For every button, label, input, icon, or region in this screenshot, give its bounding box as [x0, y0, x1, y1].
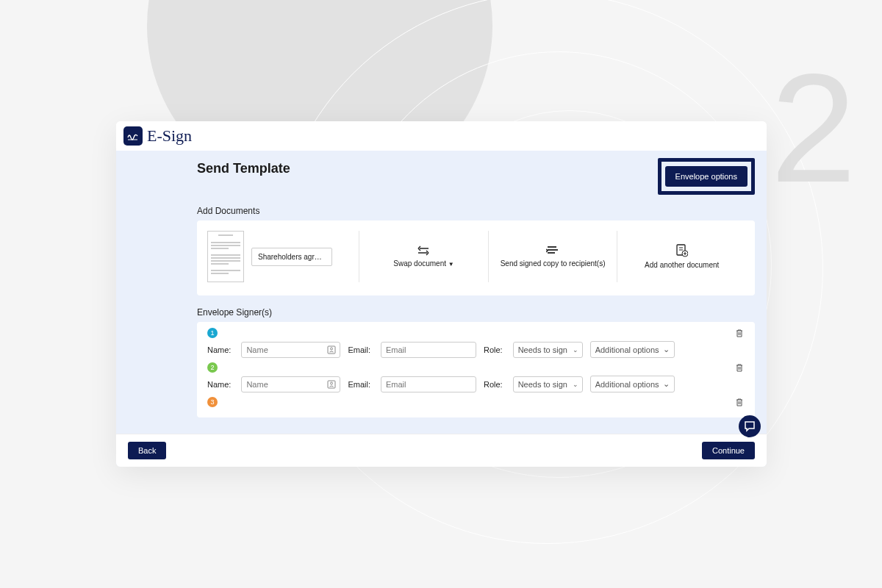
document-thumbnail[interactable] — [207, 231, 244, 282]
email-label: Email: — [348, 345, 370, 354]
email-label: Email: — [348, 380, 370, 389]
swap-document-button[interactable]: Swap document ▼ — [359, 231, 488, 282]
chat-widget-button[interactable] — [739, 415, 761, 437]
delete-signer-icon[interactable] — [734, 328, 745, 338]
chevron-down-icon: ⌄ — [573, 346, 578, 354]
additional-options-button[interactable]: Additional options⌄ — [590, 376, 675, 392]
envelope-options-button[interactable]: Envelope options — [665, 166, 747, 187]
add-another-document-button[interactable]: Add another document — [617, 231, 746, 282]
send-signed-copy-button[interactable]: Send signed copy to recipient(s) — [488, 231, 617, 282]
back-button[interactable]: Back — [128, 442, 166, 459]
document-name[interactable]: Shareholders agreemer — [251, 248, 332, 266]
delete-signer-icon[interactable] — [734, 362, 745, 373]
add-documents-label: Add Documents — [197, 206, 755, 216]
envelope-signers-label: Envelope Signer(s) — [197, 307, 755, 318]
app-window: E-Sign Send Template Envelope options Ad… — [116, 121, 767, 467]
footer-bar: Back Continue — [116, 434, 767, 467]
contacts-icon[interactable] — [327, 345, 336, 354]
delete-signer-icon[interactable] — [734, 397, 745, 407]
signers-panel: 1 Name: Email: Role: Needs to sign ⌄ — [197, 322, 755, 417]
envelope-options-highlight: Envelope options — [658, 158, 755, 195]
signer-row: 1 Name: Email: Role: Needs to sign ⌄ — [207, 328, 745, 358]
lines-icon — [546, 245, 559, 256]
signer-name-input[interactable] — [241, 342, 340, 358]
continue-button[interactable]: Continue — [702, 442, 755, 459]
signer-row: 3 — [207, 397, 745, 407]
step-indicator: 2 — [770, 51, 856, 206]
signer-email-input[interactable] — [381, 376, 476, 392]
document-plus-icon — [676, 244, 688, 257]
name-label: Name: — [207, 345, 231, 354]
svg-point-11 — [331, 348, 333, 350]
logo-text: E-Sign — [147, 126, 192, 146]
signer-name-input[interactable] — [241, 376, 340, 392]
additional-options-button[interactable]: Additional options⌄ — [590, 341, 675, 358]
signer-number-badge: 1 — [207, 328, 218, 338]
page-title: Send Template — [197, 161, 290, 176]
logo-icon — [123, 126, 143, 146]
role-label: Role: — [484, 345, 503, 354]
contacts-icon[interactable] — [327, 380, 336, 389]
chevron-down-icon: ⌄ — [663, 345, 670, 354]
signer-number-badge: 3 — [207, 397, 218, 407]
documents-panel: Shareholders agreemer Swap document ▼ Se… — [197, 220, 755, 295]
chevron-down-icon: ⌄ — [663, 379, 670, 389]
chat-icon — [744, 420, 756, 432]
swap-icon — [415, 245, 431, 256]
signer-email-input[interactable] — [381, 342, 476, 358]
app-header: E-Sign — [116, 121, 767, 151]
svg-point-13 — [331, 382, 333, 384]
signer-row: 2 Name: Email: Role: Needs to sign ⌄ — [207, 362, 745, 392]
signer-number-badge: 2 — [207, 362, 218, 373]
name-label: Name: — [207, 380, 231, 389]
chevron-down-icon: ⌄ — [573, 381, 578, 388]
role-label: Role: — [484, 380, 503, 389]
